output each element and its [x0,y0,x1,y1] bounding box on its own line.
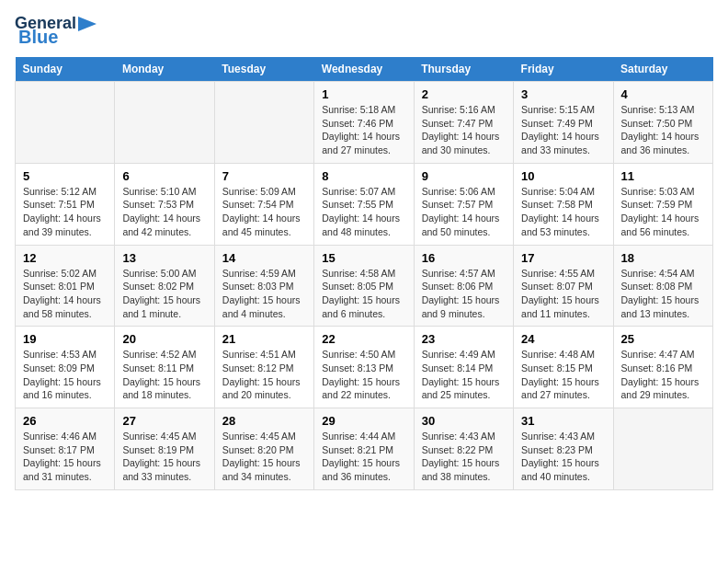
calendar-cell: 23Sunrise: 4:49 AM Sunset: 8:14 PM Dayli… [414,327,513,408]
day-number: 7 [222,169,306,183]
weekday-header-row: SundayMondayTuesdayWednesdayThursdayFrid… [16,57,713,82]
calendar-week-row: 1Sunrise: 5:18 AM Sunset: 7:46 PM Daylig… [16,82,713,164]
day-number: 3 [521,87,605,101]
day-info: Sunrise: 5:07 AM Sunset: 7:55 PM Dayligh… [322,185,405,239]
weekday-header: Friday [514,57,613,82]
day-number: 26 [23,414,107,428]
weekday-header: Sunday [16,57,115,82]
day-number: 4 [621,87,705,101]
calendar-cell: 19Sunrise: 4:53 AM Sunset: 8:09 PM Dayli… [16,327,115,408]
logo: General Blue [15,15,97,46]
day-info: Sunrise: 4:59 AM Sunset: 8:03 PM Dayligh… [222,267,306,321]
day-info: Sunrise: 5:06 AM Sunset: 7:57 PM Dayligh… [422,185,506,239]
day-info: Sunrise: 5:10 AM Sunset: 7:53 PM Dayligh… [122,185,206,239]
day-info: Sunrise: 4:44 AM Sunset: 8:21 PM Dayligh… [322,430,405,484]
calendar-week-row: 26Sunrise: 4:46 AM Sunset: 8:17 PM Dayli… [16,408,713,490]
calendar-cell: 11Sunrise: 5:03 AM Sunset: 7:59 PM Dayli… [613,163,712,245]
day-number: 20 [122,332,206,346]
calendar-cell: 2Sunrise: 5:16 AM Sunset: 7:47 PM Daylig… [414,82,513,164]
day-number: 29 [322,414,405,428]
day-info: Sunrise: 4:48 AM Sunset: 8:15 PM Dayligh… [521,348,605,402]
calendar-cell: 13Sunrise: 5:00 AM Sunset: 8:02 PM Dayli… [115,245,214,327]
day-number: 14 [222,251,306,265]
calendar-cell: 24Sunrise: 4:48 AM Sunset: 8:15 PM Dayli… [514,327,613,408]
day-info: Sunrise: 4:47 AM Sunset: 8:16 PM Dayligh… [621,348,705,402]
calendar-cell: 28Sunrise: 4:45 AM Sunset: 8:20 PM Dayli… [214,408,313,490]
calendar-cell: 31Sunrise: 4:43 AM Sunset: 8:23 PM Dayli… [514,408,613,490]
calendar-cell: 16Sunrise: 4:57 AM Sunset: 8:06 PM Dayli… [414,245,513,327]
day-number: 28 [222,414,306,428]
calendar-week-row: 19Sunrise: 4:53 AM Sunset: 8:09 PM Dayli… [16,327,713,408]
calendar-cell: 9Sunrise: 5:06 AM Sunset: 7:57 PM Daylig… [414,163,513,245]
calendar-cell: 7Sunrise: 5:09 AM Sunset: 7:54 PM Daylig… [214,163,313,245]
day-info: Sunrise: 4:57 AM Sunset: 8:06 PM Dayligh… [422,267,506,321]
calendar-cell: 21Sunrise: 4:51 AM Sunset: 8:12 PM Dayli… [214,327,313,408]
day-number: 10 [521,169,605,183]
day-info: Sunrise: 5:00 AM Sunset: 8:02 PM Dayligh… [122,267,206,321]
day-info: Sunrise: 5:04 AM Sunset: 7:58 PM Dayligh… [521,185,605,239]
day-number: 6 [122,169,206,183]
day-number: 11 [621,169,705,183]
calendar-cell: 5Sunrise: 5:12 AM Sunset: 7:51 PM Daylig… [16,163,115,245]
day-info: Sunrise: 4:46 AM Sunset: 8:17 PM Dayligh… [23,430,107,484]
day-info: Sunrise: 5:09 AM Sunset: 7:54 PM Dayligh… [222,185,306,239]
day-info: Sunrise: 4:45 AM Sunset: 8:20 PM Dayligh… [222,430,306,484]
calendar-cell: 1Sunrise: 5:18 AM Sunset: 7:46 PM Daylig… [314,82,414,164]
calendar-cell: 25Sunrise: 4:47 AM Sunset: 8:16 PM Dayli… [613,327,712,408]
day-info: Sunrise: 4:49 AM Sunset: 8:14 PM Dayligh… [422,348,506,402]
svg-marker-0 [78,17,97,31]
day-info: Sunrise: 4:55 AM Sunset: 8:07 PM Dayligh… [521,267,605,321]
day-info: Sunrise: 5:15 AM Sunset: 7:49 PM Dayligh… [521,103,605,157]
calendar-cell [214,82,313,164]
day-info: Sunrise: 4:58 AM Sunset: 8:05 PM Dayligh… [322,267,405,321]
calendar-cell: 6Sunrise: 5:10 AM Sunset: 7:53 PM Daylig… [115,163,214,245]
day-number: 13 [122,251,206,265]
day-number: 31 [521,414,605,428]
day-number: 12 [23,251,107,265]
day-number: 5 [23,169,107,183]
day-info: Sunrise: 5:13 AM Sunset: 7:50 PM Dayligh… [621,103,705,157]
day-number: 16 [422,251,506,265]
calendar-cell [613,408,712,490]
weekday-header: Tuesday [214,57,313,82]
day-info: Sunrise: 4:51 AM Sunset: 8:12 PM Dayligh… [222,348,306,402]
day-info: Sunrise: 4:45 AM Sunset: 8:19 PM Dayligh… [122,430,206,484]
calendar-cell: 18Sunrise: 4:54 AM Sunset: 8:08 PM Dayli… [613,245,712,327]
day-info: Sunrise: 4:50 AM Sunset: 8:13 PM Dayligh… [322,348,405,402]
weekday-header: Monday [115,57,214,82]
day-number: 19 [23,332,107,346]
day-number: 24 [521,332,605,346]
day-info: Sunrise: 4:53 AM Sunset: 8:09 PM Dayligh… [23,348,107,402]
calendar-cell: 29Sunrise: 4:44 AM Sunset: 8:21 PM Dayli… [314,408,414,490]
day-info: Sunrise: 4:54 AM Sunset: 8:08 PM Dayligh… [621,267,705,321]
day-number: 22 [322,332,405,346]
day-info: Sunrise: 4:43 AM Sunset: 8:23 PM Dayligh… [521,430,605,484]
calendar-cell: 26Sunrise: 4:46 AM Sunset: 8:17 PM Dayli… [16,408,115,490]
calendar-cell: 17Sunrise: 4:55 AM Sunset: 8:07 PM Dayli… [514,245,613,327]
calendar-cell: 15Sunrise: 4:58 AM Sunset: 8:05 PM Dayli… [314,245,414,327]
day-number: 9 [422,169,506,183]
calendar-cell: 20Sunrise: 4:52 AM Sunset: 8:11 PM Dayli… [115,327,214,408]
day-number: 25 [621,332,705,346]
weekday-header: Saturday [613,57,712,82]
calendar-cell: 27Sunrise: 4:45 AM Sunset: 8:19 PM Dayli… [115,408,214,490]
day-number: 30 [422,414,506,428]
day-number: 15 [322,251,405,265]
day-number: 23 [422,332,506,346]
calendar-cell: 30Sunrise: 4:43 AM Sunset: 8:22 PM Dayli… [414,408,513,490]
weekday-header: Thursday [414,57,513,82]
page-header: General Blue [15,15,713,46]
logo-arrow-icon [78,17,97,31]
day-number: 18 [621,251,705,265]
day-info: Sunrise: 5:18 AM Sunset: 7:46 PM Dayligh… [322,103,405,157]
day-info: Sunrise: 5:16 AM Sunset: 7:47 PM Dayligh… [422,103,506,157]
calendar-table: SundayMondayTuesdayWednesdayThursdayFrid… [15,57,713,490]
calendar-cell: 10Sunrise: 5:04 AM Sunset: 7:58 PM Dayli… [514,163,613,245]
calendar-cell [16,82,115,164]
day-info: Sunrise: 5:03 AM Sunset: 7:59 PM Dayligh… [621,185,705,239]
calendar-cell: 4Sunrise: 5:13 AM Sunset: 7:50 PM Daylig… [613,82,712,164]
day-info: Sunrise: 5:12 AM Sunset: 7:51 PM Dayligh… [23,185,107,239]
calendar-cell [115,82,214,164]
calendar-cell: 12Sunrise: 5:02 AM Sunset: 8:01 PM Dayli… [16,245,115,327]
day-number: 2 [422,87,506,101]
